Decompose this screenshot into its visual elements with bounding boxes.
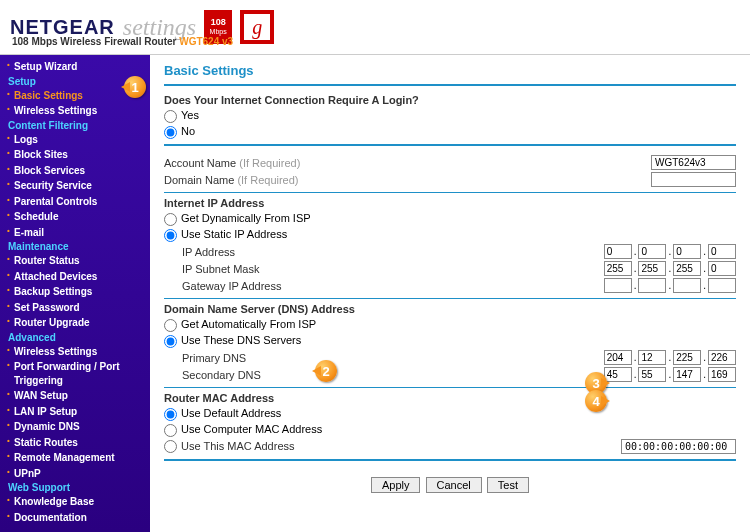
ip-dynamic-label[interactable]: Get Dynamically From ISP [164,212,311,226]
nav-head-web-support: Web Support [0,481,150,494]
nav-setup-wizard[interactable]: Setup Wizard [0,59,150,75]
g-badge: g [240,10,274,44]
subnet-oct-4[interactable] [708,261,736,276]
sdns-oct-2[interactable] [638,367,666,382]
ip-oct-1[interactable] [604,244,632,259]
subnet-row: IP Subnet Mask . . . [164,260,736,277]
gateway-inputs: . . . [604,278,736,293]
step-badge-2: 2 [315,360,337,382]
nav-dynamic-dns[interactable]: Dynamic DNS [0,419,150,435]
divider [164,459,736,461]
pdns-oct-4[interactable] [708,350,736,365]
cancel-button[interactable]: Cancel [426,477,482,493]
gw-oct-2[interactable] [638,278,666,293]
mac-this-radio[interactable] [164,440,177,453]
divider [164,192,736,193]
dns-use-label[interactable]: Use These DNS Servers [164,334,301,348]
apply-button[interactable]: Apply [371,477,421,493]
nav-remote-management[interactable]: Remote Management [0,450,150,466]
gw-oct-1[interactable] [604,278,632,293]
mac-default-label[interactable]: Use Default Address [164,407,281,421]
nav-wan-setup[interactable]: WAN Setup [0,388,150,404]
ip-oct-2[interactable] [638,244,666,259]
sidebar: Setup Wizard Setup Basic Settings Wirele… [0,55,150,532]
ip-address-label: IP Address [182,246,604,258]
subnet-oct-3[interactable] [673,261,701,276]
login-no-row: No [164,124,736,140]
nav-wireless-settings[interactable]: Wireless Settings [0,103,150,119]
mac-default-radio[interactable] [164,408,177,421]
nav-block-services[interactable]: Block Services [0,163,150,179]
nav-router-status[interactable]: Router Status [0,253,150,269]
header-subtitle: 108 Mbps Wireless Firewall Router WGT624… [12,36,233,47]
nav-set-password[interactable]: Set Password [0,300,150,316]
nav-router-upgrade[interactable]: Router Upgrade [0,315,150,331]
ip-dynamic-row: Get Dynamically From ISP [164,211,736,227]
ip-static-label[interactable]: Use Static IP Address [164,228,287,242]
nav-static-routes[interactable]: Static Routes [0,435,150,451]
ip-oct-3[interactable] [673,244,701,259]
mac-default-row: Use Default Address [164,406,736,422]
step-badge-4: 4 [585,390,607,412]
nav-backup-settings[interactable]: Backup Settings [0,284,150,300]
mac-computer-label[interactable]: Use Computer MAC Address [164,423,322,437]
g-letter: g [244,14,270,40]
dns-auto-label[interactable]: Get Automatically From ISP [164,318,316,332]
nav-adv-wireless[interactable]: Wireless Settings [0,344,150,360]
login-no-label[interactable]: No [164,125,195,139]
login-yes-radio[interactable] [164,110,177,123]
nav-schedule[interactable]: Schedule [0,209,150,225]
login-yes-row: Yes [164,108,736,124]
nav-upnp[interactable]: UPnP [0,466,150,482]
domain-name-input[interactable] [651,172,736,187]
ip-static-radio[interactable] [164,229,177,242]
nav-head-content-filtering: Content Filtering [0,119,150,132]
ip-static-row: Use Static IP Address [164,227,736,243]
dns-auto-radio[interactable] [164,319,177,332]
login-no-radio[interactable] [164,126,177,139]
account-name-input[interactable] [651,155,736,170]
divider [164,298,736,299]
layout: Setup Wizard Setup Basic Settings Wirele… [0,55,750,532]
ip-oct-4[interactable] [708,244,736,259]
sdns-oct-4[interactable] [708,367,736,382]
nav-security-service[interactable]: Security Service [0,178,150,194]
logout-button[interactable]: Logout [0,525,150,532]
mac-computer-row: Use Computer MAC Address [164,422,736,438]
domain-name-label: Domain Name (If Required) [164,174,651,186]
divider [164,84,736,86]
mac-this-label[interactable]: Use This MAC Address [164,440,621,454]
mac-address-input[interactable] [621,439,736,454]
sdns-oct-3[interactable] [673,367,701,382]
nav-lan-ip-setup[interactable]: LAN IP Setup [0,404,150,420]
nav-head-maintenance: Maintenance [0,240,150,253]
nav-block-sites[interactable]: Block Sites [0,147,150,163]
subnet-oct-1[interactable] [604,261,632,276]
ip-address-row: IP Address . . . [164,243,736,260]
ip-address-inputs: . . . [604,244,736,259]
gateway-row: Gateway IP Address . . . [164,277,736,294]
nav-port-forwarding[interactable]: Port Forwarding / Port Triggering [0,359,150,388]
dns-use-radio[interactable] [164,335,177,348]
primary-dns-label: Primary DNS [182,352,604,364]
nav-documentation[interactable]: Documentation [0,510,150,526]
internet-ip-head: Internet IP Address [164,197,736,209]
login-yes-label[interactable]: Yes [164,109,199,123]
pdns-oct-3[interactable] [673,350,701,365]
nav-parental-controls[interactable]: Parental Controls [0,194,150,210]
gw-oct-3[interactable] [673,278,701,293]
gw-oct-4[interactable] [708,278,736,293]
subnet-oct-2[interactable] [638,261,666,276]
page-title: Basic Settings [164,63,736,78]
pdns-oct-2[interactable] [638,350,666,365]
nav-head-advanced: Advanced [0,331,150,344]
mac-computer-radio[interactable] [164,424,177,437]
nav-logs[interactable]: Logs [0,132,150,148]
pdns-oct-1[interactable] [604,350,632,365]
nav-knowledge-base[interactable]: Knowledge Base [0,494,150,510]
ip-dynamic-radio[interactable] [164,213,177,226]
account-name-row: Account Name (If Required) [164,154,736,171]
nav-attached-devices[interactable]: Attached Devices [0,269,150,285]
nav-email[interactable]: E-mail [0,225,150,241]
test-button[interactable]: Test [487,477,529,493]
